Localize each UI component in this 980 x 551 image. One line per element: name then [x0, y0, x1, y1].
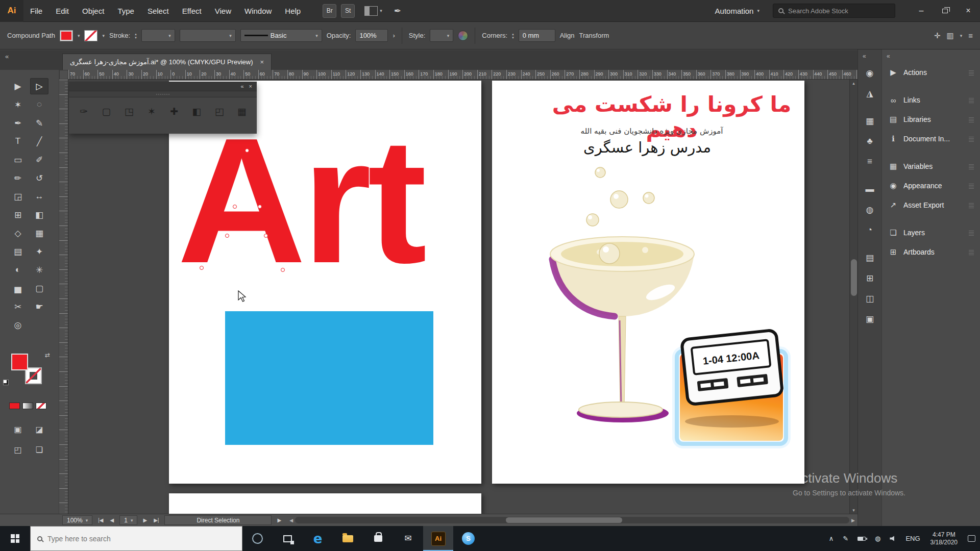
- navigator-panel-icon[interactable]: ◔: [858, 220, 881, 240]
- column-graph-tool[interactable]: ▅: [9, 280, 27, 296]
- default-fill-stroke-icon[interactable]: [3, 380, 9, 385]
- close-tab-icon[interactable]: ×: [260, 58, 264, 66]
- workspace-switcher[interactable]: ▾: [364, 6, 382, 16]
- align-panel-icon[interactable]: ◫: [858, 288, 881, 309]
- document-layout-icon[interactable]: ▥: [947, 31, 954, 40]
- anchor-point[interactable]: [225, 234, 229, 238]
- clock-illustration[interactable]: 1-04 12:00A: [676, 330, 787, 445]
- menu-file[interactable]: File: [23, 0, 49, 22]
- panel-asset-export[interactable]: ↗ Asset Export: [882, 195, 980, 215]
- scale-tool[interactable]: ◲: [9, 188, 27, 205]
- close-panel-icon[interactable]: ×: [249, 83, 252, 89]
- stroke-weight-field[interactable]: ▾: [141, 29, 175, 42]
- collapse-toolbox-button[interactable]: «: [5, 53, 9, 60]
- history-panel-icon[interactable]: ▣: [858, 309, 881, 329]
- anchor-point[interactable]: [281, 268, 285, 272]
- start-button[interactable]: [0, 526, 30, 551]
- menu-edit[interactable]: Edit: [49, 0, 76, 22]
- slice-tool[interactable]: ✂: [9, 298, 27, 315]
- width-profile-dropdown[interactable]: ▾: [180, 29, 236, 42]
- pen-tray-icon[interactable]: ✎: [838, 526, 853, 551]
- float-tool-frame[interactable]: ▢: [99, 104, 114, 119]
- adobe-stock-search[interactable]: Search Adobe Stock: [773, 4, 895, 18]
- clock-button[interactable]: 4:47 PM 3/18/2020: [925, 531, 963, 546]
- eyedropper-tool[interactable]: ✦: [30, 243, 48, 260]
- workspace-select[interactable]: Automation ▾: [715, 7, 760, 15]
- swap-fill-stroke-icon[interactable]: ⇄: [45, 352, 50, 359]
- width-tool[interactable]: ↔: [30, 188, 48, 205]
- anchor-point[interactable]: [258, 205, 262, 209]
- pathfinder-panel-icon[interactable]: ⊞: [858, 268, 881, 288]
- panel-document-info[interactable]: ℹ Document In...: [882, 129, 980, 148]
- language-button[interactable]: ENG: [901, 526, 924, 551]
- edit-toolbar-button[interactable]: ❏: [36, 445, 43, 455]
- restore-button[interactable]: [933, 0, 957, 22]
- hand-tool[interactable]: ☛: [30, 298, 48, 315]
- float-tool-draw[interactable]: ✑: [76, 104, 91, 119]
- style-dropdown[interactable]: ▾: [430, 29, 453, 42]
- float-tool-star[interactable]: ✶: [144, 104, 159, 119]
- collapse-panels-button[interactable]: «: [887, 53, 890, 60]
- stroke-panel-icon[interactable]: ≡: [858, 152, 881, 172]
- shape-builder-tool[interactable]: ◧: [30, 207, 48, 223]
- color-guide-panel-icon[interactable]: ◮: [858, 83, 881, 104]
- menu-type[interactable]: Type: [111, 0, 141, 22]
- last-artboard-button[interactable]: ▶|: [153, 517, 160, 523]
- recolor-artwork-icon[interactable]: [458, 31, 468, 41]
- panel-links[interactable]: ∞ Links: [882, 90, 980, 110]
- scroll-left-icon[interactable]: ◀: [289, 518, 293, 523]
- edge-button[interactable]: e: [303, 526, 333, 551]
- vertical-scrollbar[interactable]: ▴ ▾: [849, 80, 857, 514]
- scroll-down-icon[interactable]: ▾: [850, 508, 857, 513]
- scroll-right-icon[interactable]: ▶: [851, 518, 855, 523]
- float-tool-add[interactable]: ✚: [166, 104, 182, 119]
- rectangle-tool[interactable]: ▭: [9, 152, 27, 168]
- artboard-2[interactable]: 1-04 12:00A ما کرونا را شکست می دهیم آمو…: [492, 81, 804, 484]
- art-text-object[interactable]: Art: [177, 111, 423, 290]
- poster-byline-text[interactable]: مدرس زهرا عسگری: [492, 139, 802, 156]
- panel-variables[interactable]: ▦ Variables: [882, 157, 980, 176]
- symbol-sprayer-tool[interactable]: ✳: [30, 262, 48, 278]
- horizontal-scroll-thumb[interactable]: [506, 517, 622, 523]
- vertical-scroll-thumb[interactable]: [851, 259, 857, 296]
- menu-effect[interactable]: Effect: [176, 0, 208, 22]
- status-display[interactable]: Direct Selection: [164, 515, 272, 525]
- artboard-tool[interactable]: ▢: [30, 280, 48, 296]
- skype-button[interactable]: S: [453, 526, 483, 551]
- transparency-panel-icon[interactable]: ◍: [858, 199, 881, 220]
- arrange-documents-icon[interactable]: ✛: [934, 31, 941, 40]
- paintbrush-tool[interactable]: ✐: [30, 152, 48, 168]
- action-center-button[interactable]: [963, 526, 980, 551]
- illustrator-taskbar-button[interactable]: Ai: [423, 526, 453, 551]
- fill-color-dropdown[interactable]: [60, 30, 73, 41]
- transform-button[interactable]: Transform: [579, 32, 609, 39]
- rotate-tool[interactable]: ↺: [30, 170, 48, 186]
- panel-appearance[interactable]: ◉ Appearance: [882, 176, 980, 195]
- canvas[interactable]: Art: [68, 80, 857, 514]
- gradient-tool[interactable]: ▤: [9, 243, 27, 260]
- free-transform-tool[interactable]: ⊞: [9, 207, 27, 223]
- quill-icon[interactable]: ✒: [394, 6, 401, 16]
- file-explorer-button[interactable]: [333, 526, 363, 551]
- symbols-panel-icon[interactable]: ♣: [858, 131, 881, 152]
- stroke-color-swatch[interactable]: [25, 367, 42, 384]
- menu-object[interactable]: Object: [76, 0, 111, 22]
- panel-libraries[interactable]: ▤ Libraries: [882, 110, 980, 129]
- mail-button[interactable]: ✉: [393, 526, 423, 551]
- task-view-button[interactable]: [273, 526, 303, 551]
- volume-button[interactable]: [885, 526, 901, 551]
- first-artboard-button[interactable]: |◀: [97, 517, 104, 523]
- mesh-tool[interactable]: ▦: [30, 225, 48, 241]
- collapse-panel-icon[interactable]: «: [240, 83, 243, 89]
- vertical-ruler[interactable]: [59, 80, 68, 514]
- minimize-button[interactable]: –: [910, 0, 933, 22]
- menu-help[interactable]: Help: [278, 0, 307, 22]
- taskbar-search-input[interactable]: [47, 535, 235, 543]
- screen-mode-button[interactable]: ◰: [14, 445, 21, 455]
- corners-field[interactable]: 0 mm: [519, 29, 555, 42]
- horizontal-scroll-track[interactable]: [295, 517, 849, 523]
- lasso-tool[interactable]: ◌: [30, 96, 48, 113]
- panel-actions[interactable]: ▶ Actions: [882, 63, 980, 82]
- color-mode-button[interactable]: [9, 403, 20, 409]
- store-button[interactable]: [363, 526, 393, 551]
